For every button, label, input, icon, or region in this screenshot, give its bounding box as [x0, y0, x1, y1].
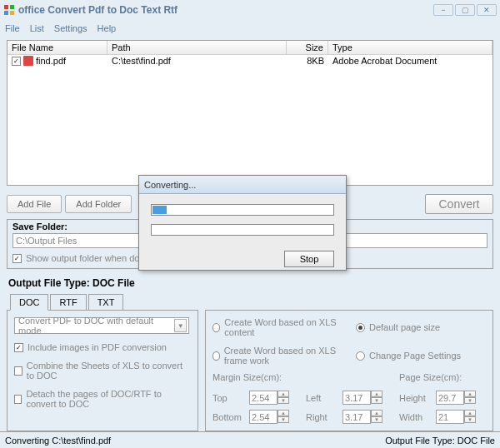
margin-right-spinner[interactable]: ▲▼	[371, 410, 382, 424]
include-images-label: Include images in PDF conversion	[28, 342, 167, 352]
menu-settings[interactable]: Settings	[54, 23, 88, 33]
add-file-button[interactable]: Add File	[7, 195, 62, 213]
svg-rect-0	[4, 5, 8, 9]
svg-rect-1	[10, 5, 14, 9]
window-title: office Convert Pdf to Doc Text Rtf	[18, 4, 433, 16]
app-icon	[3, 4, 15, 16]
pdf-icon	[23, 56, 33, 66]
tab-rtf[interactable]: RTF	[50, 294, 86, 311]
radio-xls-content[interactable]	[212, 323, 220, 332]
status-right: Output File Type: DOC File	[385, 436, 495, 446]
progress-bar-2	[151, 224, 334, 236]
margin-right-input[interactable]	[342, 410, 371, 424]
cell-filename: find.pdf	[36, 56, 66, 66]
radio-change-page[interactable]	[356, 351, 365, 361]
file-table: File Name Path Size Type ✓ find.pdf C:\t…	[7, 40, 493, 186]
col-header-size[interactable]: Size	[287, 41, 328, 54]
detach-pages-checkbox[interactable]	[14, 395, 22, 404]
margin-top-input[interactable]	[249, 391, 278, 405]
convert-mode-select[interactable]: Convert PDF to DOC with default mode ▼	[14, 317, 189, 334]
radio-xls-frame-label: Create Word based on XLS frame work	[224, 346, 342, 366]
combine-sheets-label: Combine the Sheets of XLS to convert to …	[27, 361, 191, 381]
page-size-label: Page Size(cm):	[399, 372, 476, 382]
right-label: Right	[306, 412, 338, 422]
col-header-path[interactable]: Path	[108, 41, 287, 54]
menubar: File List Settings Help	[0, 20, 500, 37]
add-folder-button[interactable]: Add Folder	[65, 195, 132, 213]
menu-help[interactable]: Help	[98, 23, 117, 33]
combine-sheets-checkbox[interactable]	[14, 366, 22, 376]
radio-default-page-label: Default page size	[369, 322, 440, 332]
titlebar: office Convert Pdf to Doc Text Rtf − ▢ ✕	[0, 0, 500, 20]
left-label: Left	[306, 393, 338, 403]
chevron-down-icon: ▼	[174, 319, 187, 332]
status-left: Converting C:\test\find.pdf	[5, 436, 111, 446]
width-label: Width	[399, 412, 431, 422]
convert-button[interactable]: Convert	[425, 194, 493, 214]
radio-default-page[interactable]	[356, 323, 365, 332]
table-row[interactable]: ✓ find.pdf C:\test\find.pdf 8KB Adobe Ac…	[8, 55, 492, 67]
menu-file[interactable]: File	[5, 23, 20, 33]
tab-doc[interactable]: DOC	[10, 294, 48, 311]
height-label: Height	[399, 393, 431, 403]
col-header-type[interactable]: Type	[328, 41, 492, 54]
progress-bar-1	[151, 204, 334, 216]
svg-rect-2	[4, 11, 8, 15]
margin-bottom-spinner[interactable]: ▲▼	[278, 410, 289, 424]
cell-path: C:\test\find.pdf	[108, 56, 287, 66]
bottom-label: Bottom	[212, 412, 244, 422]
include-images-checkbox[interactable]: ✓	[14, 343, 23, 352]
margin-left-spinner[interactable]: ▲▼	[371, 391, 382, 405]
converting-dialog: Converting... Stop	[138, 175, 347, 271]
row-checkbox[interactable]: ✓	[12, 57, 21, 66]
show-output-checkbox[interactable]: ✓	[12, 254, 22, 263]
options-right-panel: Create Word based on XLS content Default…	[205, 310, 493, 431]
margin-top-spinner[interactable]: ▲▼	[278, 391, 289, 405]
maximize-button[interactable]: ▢	[455, 4, 475, 16]
cell-type: Adobe Acrobat Document	[328, 56, 492, 66]
page-height-spinner[interactable]: ▲▼	[464, 391, 476, 405]
detach-pages-label: Detach the pages of DOC/RTF to convert t…	[26, 389, 191, 409]
radio-xls-content-label: Create Word based on XLS content	[224, 317, 342, 337]
close-button[interactable]: ✕	[477, 4, 497, 16]
margin-left-input[interactable]	[342, 391, 371, 405]
page-width-spinner[interactable]: ▲▼	[464, 410, 476, 424]
margin-bottom-input[interactable]	[249, 410, 278, 424]
minimize-button[interactable]: −	[433, 4, 453, 16]
page-height-input[interactable]	[436, 391, 464, 405]
menu-list[interactable]: List	[30, 23, 44, 33]
top-label: Top	[212, 393, 244, 403]
col-header-filename[interactable]: File Name	[8, 41, 108, 54]
statusbar: Converting C:\test\find.pdf Output File …	[0, 431, 500, 448]
radio-change-page-label: Change Page Settings	[369, 351, 461, 361]
stop-button[interactable]: Stop	[284, 251, 334, 267]
margin-size-label: Margin Size(cm):	[212, 372, 289, 382]
svg-rect-3	[10, 11, 14, 15]
dialog-title: Converting...	[139, 176, 346, 194]
cell-size: 8KB	[287, 56, 328, 66]
tab-txt[interactable]: TXT	[88, 294, 124, 311]
radio-xls-frame[interactable]	[212, 351, 220, 361]
page-width-input[interactable]	[436, 410, 464, 424]
convert-mode-value: Convert PDF to DOC with default mode	[18, 316, 174, 336]
table-header: File Name Path Size Type	[8, 41, 492, 55]
output-file-type-label: Output File Type: DOC File	[8, 277, 493, 289]
options-left-panel: Convert PDF to DOC with default mode ▼ ✓…	[7, 310, 198, 431]
show-output-label: Show output folder when done	[26, 253, 150, 263]
